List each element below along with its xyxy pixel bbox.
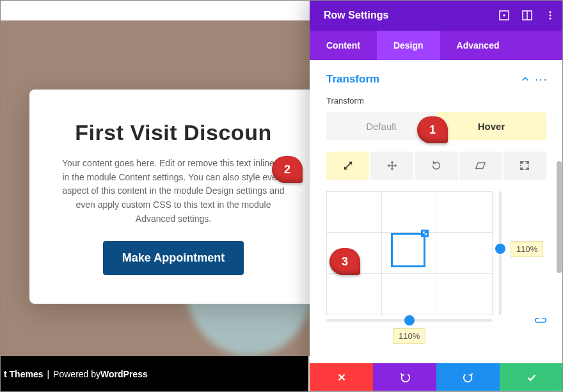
cancel-button[interactable]	[310, 363, 373, 391]
origin-icon	[519, 160, 530, 171]
scale-indicator-box[interactable]	[391, 233, 425, 267]
panel-action-bar	[310, 363, 563, 391]
svg-line-7	[344, 162, 351, 169]
scale-y-slider[interactable]	[499, 191, 502, 315]
link-values-icon[interactable]	[535, 318, 546, 329]
promo-body: Your content goes here. Edit or remove t…	[58, 157, 289, 226]
footer-powered: Powered by	[53, 369, 100, 379]
svg-rect-13	[527, 162, 529, 164]
panel-tabs: Content Design Advanced	[310, 31, 563, 60]
footer-wordpress-link[interactable]: WordPress	[100, 369, 148, 379]
panel-titlebar[interactable]: Row Settings	[310, 0, 563, 31]
transform-scale-tab[interactable]	[326, 152, 369, 180]
translate-icon	[386, 160, 398, 171]
undo-icon	[399, 372, 411, 383]
check-icon	[526, 372, 537, 383]
scale-handle-icon[interactable]	[421, 230, 429, 237]
rotate-icon	[431, 160, 442, 171]
transform-skew-tab[interactable]	[459, 152, 502, 180]
close-icon	[336, 372, 347, 383]
svg-point-6	[549, 17, 551, 19]
section-title[interactable]: Transform	[326, 73, 379, 86]
transform-type-tabs	[326, 152, 546, 180]
promo-headline: First Visit Discoun	[58, 120, 289, 145]
transform-rotate-tab[interactable]	[415, 152, 457, 180]
svg-marker-10	[476, 163, 485, 169]
promo-card: First Visit Discoun Your content goes he…	[29, 90, 317, 304]
scale-y-knob[interactable]	[495, 244, 505, 254]
state-toggle: Default Hover	[326, 112, 546, 140]
site-footer: t Themes | Powered by WordPress	[0, 356, 308, 392]
transform-origin-tab[interactable]	[504, 152, 546, 180]
make-appointment-button[interactable]: Make Appointment	[103, 241, 244, 275]
footer-theme-link[interactable]: t Themes	[4, 369, 43, 379]
footer-separator: |	[47, 369, 49, 379]
panel-scrollbar[interactable]	[557, 161, 562, 273]
panel-body: Transform ⋮ Transform Default Hover	[310, 60, 563, 363]
svg-point-4	[549, 11, 551, 13]
scale-icon	[342, 160, 354, 171]
svg-rect-15	[527, 168, 529, 170]
svg-rect-14	[521, 168, 523, 170]
section-kebab-icon[interactable]: ⋮	[539, 74, 544, 84]
expand-icon[interactable]	[493, 0, 516, 31]
skew-icon	[475, 160, 486, 171]
panel-title: Row Settings	[324, 10, 493, 21]
state-hover[interactable]: Hover	[436, 112, 546, 140]
section-label: Transform	[326, 96, 546, 106]
scale-x-knob[interactable]	[404, 315, 415, 325]
settings-panel: Row Settings Content Design Advanced Tra…	[310, 0, 563, 391]
redo-button[interactable]	[436, 363, 500, 391]
svg-point-1	[504, 15, 505, 16]
svg-line-16	[424, 232, 427, 235]
save-button[interactable]	[500, 363, 563, 391]
redo-icon	[463, 372, 474, 383]
scale-graph[interactable]: 110% 110%	[326, 191, 546, 332]
transform-translate-tab[interactable]	[370, 152, 413, 180]
kebab-icon[interactable]	[539, 0, 562, 31]
scale-x-slider[interactable]	[326, 319, 493, 322]
tab-advanced[interactable]: Advanced	[440, 31, 516, 60]
svg-point-5	[549, 14, 551, 16]
scale-x-value[interactable]: 110%	[393, 328, 425, 344]
snap-icon[interactable]	[516, 0, 539, 31]
tab-design[interactable]: Design	[377, 31, 440, 60]
tab-content[interactable]: Content	[310, 31, 377, 60]
chevron-up-icon[interactable]	[521, 75, 530, 84]
scale-y-value[interactable]: 110%	[511, 241, 543, 257]
state-default[interactable]: Default	[326, 112, 436, 140]
undo-button[interactable]	[373, 363, 436, 391]
svg-rect-12	[521, 162, 523, 164]
